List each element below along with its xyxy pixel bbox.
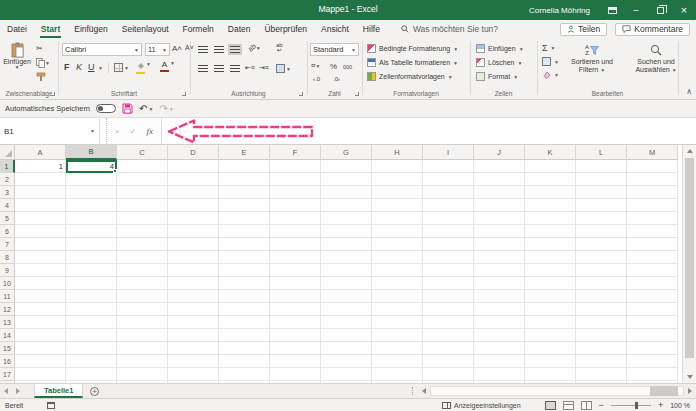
cell-J9[interactable]: [474, 264, 525, 277]
cell-E13[interactable]: [219, 316, 270, 329]
select-all-corner[interactable]: [0, 145, 15, 160]
cell-D16[interactable]: [168, 355, 219, 368]
cell-B12[interactable]: [66, 303, 117, 316]
cell-B15[interactable]: [66, 342, 117, 355]
cell-H9[interactable]: [372, 264, 423, 277]
row-header-1[interactable]: 1: [0, 160, 15, 173]
comments-button[interactable]: Kommentare: [615, 23, 690, 36]
cell-B17[interactable]: [66, 368, 117, 381]
row-header-10[interactable]: 10: [0, 277, 15, 290]
cell-I4[interactable]: [423, 199, 474, 212]
cell-B3[interactable]: [66, 186, 117, 199]
cell-A2[interactable]: [15, 173, 66, 186]
cell-D15[interactable]: [168, 342, 219, 355]
cell-I15[interactable]: [423, 342, 474, 355]
cell-C16[interactable]: [117, 355, 168, 368]
row-header-8[interactable]: 8: [0, 251, 15, 264]
column-header-A[interactable]: A: [15, 145, 66, 160]
number-dialog-launcher[interactable]: [355, 92, 359, 96]
cell-K14[interactable]: [525, 329, 576, 342]
row-header-3[interactable]: 3: [0, 186, 15, 199]
column-header-C[interactable]: C: [117, 145, 168, 160]
cell-J14[interactable]: [474, 329, 525, 342]
cell-L5[interactable]: [576, 212, 627, 225]
cell-G16[interactable]: [321, 355, 372, 368]
increase-font-size-button[interactable]: A˄: [172, 44, 182, 53]
cell-D8[interactable]: [168, 251, 219, 264]
cell-H4[interactable]: [372, 199, 423, 212]
cell-K13[interactable]: [525, 316, 576, 329]
cell-G14[interactable]: [321, 329, 372, 342]
cell-M12[interactable]: [627, 303, 678, 316]
undo-button[interactable]: ↶▼: [139, 103, 153, 114]
cell-K10[interactable]: [525, 277, 576, 290]
cell-D17[interactable]: [168, 368, 219, 381]
cell-H17[interactable]: [372, 368, 423, 381]
cell-I16[interactable]: [423, 355, 474, 368]
scroll-left-icon[interactable]: [422, 388, 426, 394]
close-button[interactable]: ×: [672, 0, 696, 20]
cell-F15[interactable]: [270, 342, 321, 355]
row-header-4[interactable]: 4: [0, 199, 15, 212]
enter-formula-icon[interactable]: ✓: [130, 127, 137, 136]
column-header-E[interactable]: E: [219, 145, 270, 160]
cell-C10[interactable]: [117, 277, 168, 290]
decrease-decimal-button[interactable]: .0›: [333, 76, 340, 82]
cell-D6[interactable]: [168, 225, 219, 238]
redo-button[interactable]: ↷▼: [159, 103, 173, 114]
cell-A12[interactable]: [15, 303, 66, 316]
increase-decimal-button[interactable]: ‹.0: [313, 76, 320, 82]
cell-H3[interactable]: [372, 186, 423, 199]
row-header-2[interactable]: 2: [0, 173, 15, 186]
underline-menu-caret[interactable]: ▼: [98, 66, 103, 70]
cell-M5[interactable]: [627, 212, 678, 225]
cell-F1[interactable]: [270, 160, 321, 173]
cell-E7[interactable]: [219, 238, 270, 251]
cell-J16[interactable]: [474, 355, 525, 368]
cell-E2[interactable]: [219, 173, 270, 186]
row-header-13[interactable]: 13: [0, 316, 15, 329]
cell-D9[interactable]: [168, 264, 219, 277]
zoom-slider-thumb[interactable]: [635, 402, 638, 409]
cell-K5[interactable]: [525, 212, 576, 225]
cell-C14[interactable]: [117, 329, 168, 342]
cell-A1[interactable]: 1: [15, 160, 66, 173]
cell-J12[interactable]: [474, 303, 525, 316]
cell-K2[interactable]: [525, 173, 576, 186]
tab-hilfe[interactable]: Hilfe: [356, 20, 387, 38]
cell-G17[interactable]: [321, 368, 372, 381]
cell-L17[interactable]: [576, 368, 627, 381]
cell-K11[interactable]: [525, 290, 576, 303]
cell-H11[interactable]: [372, 290, 423, 303]
sheet-tab-tabelle1[interactable]: Tabelle1: [34, 384, 83, 398]
column-header-K[interactable]: K: [525, 145, 576, 160]
vertical-scroll-thumb[interactable]: [685, 158, 694, 358]
cell-F13[interactable]: [270, 316, 321, 329]
name-box-caret[interactable]: ▼: [90, 129, 95, 133]
font-size-select[interactable]: 11▼: [145, 43, 170, 56]
cell-G9[interactable]: [321, 264, 372, 277]
cell-F8[interactable]: [270, 251, 321, 264]
horizontal-scrollbar[interactable]: [418, 384, 696, 398]
fill-color-button[interactable]: ▼: [136, 62, 151, 74]
cell-E9[interactable]: [219, 264, 270, 277]
cell-A11[interactable]: [15, 290, 66, 303]
cell-L1[interactable]: [576, 160, 627, 173]
align-left-button[interactable]: [198, 65, 208, 72]
align-middle-button[interactable]: [214, 46, 224, 53]
share-button[interactable]: Teilen: [560, 23, 607, 36]
cell-A9[interactable]: [15, 264, 66, 277]
cell-I14[interactable]: [423, 329, 474, 342]
number-format-select[interactable]: Standard▼: [310, 43, 359, 56]
insert-function-button[interactable]: fx: [146, 126, 153, 136]
cell-K6[interactable]: [525, 225, 576, 238]
cell-D2[interactable]: [168, 173, 219, 186]
cell-G10[interactable]: [321, 277, 372, 290]
cell-M9[interactable]: [627, 264, 678, 277]
cell-B2[interactable]: [66, 173, 117, 186]
cell-J13[interactable]: [474, 316, 525, 329]
cell-F6[interactable]: [270, 225, 321, 238]
cell-M8[interactable]: [627, 251, 678, 264]
bold-button[interactable]: F: [64, 62, 70, 72]
percent-style-button[interactable]: %: [330, 62, 337, 71]
